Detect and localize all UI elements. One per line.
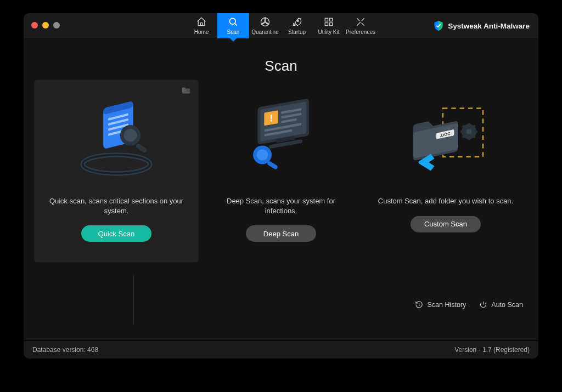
quick-scan-button[interactable]: Quick Scan bbox=[81, 225, 151, 242]
card-quick-scan[interactable]: Quick scan, scans critical sections on y… bbox=[34, 80, 199, 262]
app-version-label: Version - 1.7 (Registered) bbox=[454, 346, 530, 354]
page-title: Scan bbox=[24, 58, 538, 75]
titlebar: Home Scan Quarantine bbox=[24, 13, 538, 39]
nav-label: Scan bbox=[227, 29, 240, 35]
svg-text:!: ! bbox=[269, 112, 273, 124]
shield-icon bbox=[434, 20, 443, 31]
scan-history-link[interactable]: Scan History bbox=[415, 300, 466, 309]
link-label: Auto Scan bbox=[491, 301, 523, 309]
card-deep-scan[interactable]: ! bbox=[199, 80, 363, 262]
close-window-button[interactable] bbox=[31, 22, 38, 29]
card-custom-scan[interactable]: .DOC Custom Scan, add f bbox=[363, 80, 528, 262]
scan-options: Quick scan, scans critical sections on y… bbox=[24, 80, 538, 262]
app-window: Home Scan Quarantine bbox=[24, 13, 538, 359]
top-nav: Home Scan Quarantine bbox=[186, 13, 376, 38]
home-icon bbox=[196, 16, 207, 27]
nav-startup[interactable]: Startup bbox=[281, 13, 313, 38]
svg-point-0 bbox=[229, 18, 235, 24]
search-icon bbox=[228, 16, 239, 27]
svg-rect-8 bbox=[187, 90, 191, 90]
svg-rect-7 bbox=[330, 23, 333, 26]
card-description: Custom Scan, add folder you wish to scan… bbox=[374, 196, 517, 206]
svg-rect-4 bbox=[325, 18, 328, 21]
nav-scan[interactable]: Scan bbox=[217, 13, 249, 38]
minimize-window-button[interactable] bbox=[42, 22, 49, 29]
svg-point-33 bbox=[257, 149, 268, 160]
link-label: Scan History bbox=[427, 301, 466, 309]
svg-point-19 bbox=[124, 129, 137, 142]
nav-label: Startup bbox=[288, 29, 306, 35]
divider bbox=[133, 275, 134, 324]
custom-scan-button[interactable]: Custom Scan bbox=[411, 216, 481, 232]
nav-label: Home bbox=[194, 29, 209, 35]
nav-label: Preferences bbox=[346, 29, 375, 35]
quick-scan-illustration-icon bbox=[67, 94, 166, 188]
deep-scan-illustration-icon: ! bbox=[232, 94, 330, 188]
svg-rect-6 bbox=[325, 23, 328, 26]
radiation-icon bbox=[260, 16, 271, 27]
svg-rect-34 bbox=[267, 161, 278, 170]
svg-point-11 bbox=[83, 155, 150, 174]
brand-label: Systweak Anti-Malware bbox=[448, 22, 530, 30]
database-version-label: Database version: 468 bbox=[32, 346, 98, 354]
deep-scan-button[interactable]: Deep Scan bbox=[246, 225, 316, 242]
card-description: Quick scan, scans critical sections on y… bbox=[45, 196, 188, 215]
secondary-actions: Scan History Auto Scan bbox=[415, 300, 523, 309]
status-bar: Database version: 468 Version - 1.7 (Reg… bbox=[24, 340, 538, 359]
nav-label: Utility Kit bbox=[318, 29, 340, 35]
svg-rect-20 bbox=[135, 143, 148, 154]
nav-quarantine[interactable]: Quarantine bbox=[249, 13, 281, 38]
rocket-icon bbox=[291, 16, 302, 27]
power-icon bbox=[479, 300, 487, 309]
zoom-window-button[interactable] bbox=[53, 22, 60, 29]
nav-label: Quarantine bbox=[251, 29, 278, 35]
brand: Systweak Anti-Malware bbox=[434, 13, 530, 38]
svg-point-3 bbox=[297, 20, 299, 22]
nav-home[interactable]: Home bbox=[186, 13, 217, 38]
folder-icon bbox=[181, 87, 191, 94]
auto-scan-link[interactable]: Auto Scan bbox=[479, 300, 523, 309]
window-controls bbox=[31, 22, 60, 29]
svg-rect-5 bbox=[330, 18, 333, 21]
svg-point-40 bbox=[466, 129, 471, 134]
page: Scan bbox=[24, 39, 538, 340]
history-icon bbox=[415, 300, 423, 309]
svg-rect-9 bbox=[187, 91, 191, 92]
nav-preferences[interactable]: Preferences bbox=[345, 13, 376, 38]
card-description: Deep Scan, scans your system for infecti… bbox=[210, 196, 352, 215]
nav-utility-kit[interactable]: Utility Kit bbox=[313, 13, 345, 38]
grid-icon bbox=[323, 16, 334, 27]
tools-icon bbox=[355, 16, 366, 27]
custom-scan-illustration-icon: .DOC bbox=[396, 94, 495, 188]
